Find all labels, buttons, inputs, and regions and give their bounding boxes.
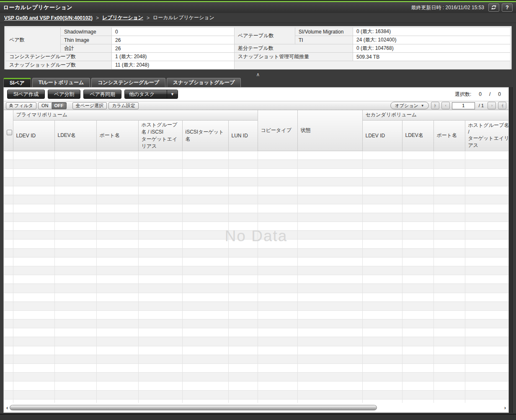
table-cell bbox=[228, 160, 258, 168]
column-header-primary-iscsi-target[interactable]: iSCSIターゲット名 bbox=[182, 120, 228, 151]
filter-off-button[interactable]: OFF bbox=[52, 102, 67, 109]
table-cell bbox=[96, 284, 138, 293]
table-cell bbox=[96, 390, 138, 399]
table-cell bbox=[402, 301, 433, 310]
table-cell bbox=[96, 204, 138, 213]
column-header-primary-lun-id[interactable]: LUN ID bbox=[228, 120, 258, 151]
filter-button[interactable]: フィルタ bbox=[6, 102, 36, 109]
help-button[interactable]: ? bbox=[502, 3, 513, 12]
create-si-pair-button[interactable]: SIペア作成 bbox=[7, 90, 45, 99]
select-all-checkbox-cell bbox=[4, 110, 13, 151]
tab-consistency-groups[interactable]: コンシステンシーグループ bbox=[91, 78, 165, 87]
table-cell bbox=[182, 195, 228, 204]
table-cell bbox=[4, 168, 13, 177]
table-cell bbox=[182, 222, 228, 231]
table-cell bbox=[54, 204, 96, 213]
table-cell bbox=[433, 337, 465, 346]
scroll-left-icon[interactable]: ‹ bbox=[6, 405, 8, 410]
breadcrumb-link-replication[interactable]: レプリケーション bbox=[102, 14, 143, 21]
table-cell bbox=[228, 381, 258, 390]
table-cell bbox=[182, 293, 228, 301]
column-settings-button[interactable]: カラム設定 bbox=[108, 102, 139, 109]
table-cell bbox=[258, 364, 297, 373]
breadcrumb-link-system[interactable]: VSP Gx00 and VSP Fx00(S/N:400102) bbox=[4, 15, 93, 21]
select-all-pages-button[interactable]: 全ページ選択 bbox=[72, 102, 107, 109]
table-cell bbox=[228, 275, 258, 284]
table-row bbox=[4, 337, 508, 346]
page-number-input[interactable] bbox=[452, 102, 475, 109]
pair-count-row-name: ShadowImage bbox=[61, 28, 112, 36]
table-row bbox=[4, 240, 508, 248]
table-cell bbox=[54, 310, 96, 319]
tab-ti-root-volumes[interactable]: TIルートボリューム bbox=[32, 78, 90, 87]
column-header-primary-host-group[interactable]: ホストグループ名 / iSCSI ターゲットエイリアス bbox=[138, 120, 182, 151]
table-cell bbox=[228, 168, 258, 177]
table-cell bbox=[54, 337, 96, 346]
refresh-button[interactable] bbox=[488, 3, 499, 12]
table-cell bbox=[362, 248, 402, 257]
table-cell bbox=[138, 355, 182, 363]
filter-on-button[interactable]: ON bbox=[38, 102, 52, 109]
table-cell bbox=[465, 364, 508, 373]
table-cell bbox=[54, 355, 96, 363]
select-all-checkbox[interactable] bbox=[7, 130, 12, 135]
collapse-chevron-icon[interactable]: ∧ bbox=[256, 72, 260, 77]
horizontal-scrollbar-thumb[interactable] bbox=[10, 405, 377, 410]
split-pair-button[interactable]: ペア分割 bbox=[48, 90, 81, 99]
table-cell bbox=[96, 257, 138, 266]
column-header-copy-type[interactable]: コピータイプ bbox=[258, 110, 297, 151]
table-cell bbox=[465, 275, 508, 284]
options-button[interactable]: オプション ▼ bbox=[390, 102, 429, 109]
table-cell bbox=[4, 346, 13, 355]
other-tasks-button[interactable]: 他のタスク ▼ bbox=[124, 90, 178, 99]
chevron-down-icon[interactable]: ▼ bbox=[167, 90, 178, 98]
prev-page-button[interactable]: ‹ bbox=[441, 102, 450, 109]
table-cell bbox=[465, 195, 508, 204]
column-header-secondary-port-name[interactable]: ポート名 bbox=[433, 120, 465, 151]
table-cell bbox=[402, 178, 433, 186]
table-cell bbox=[297, 320, 362, 328]
table-cell bbox=[362, 195, 402, 204]
table-cell bbox=[402, 222, 433, 231]
table-cell bbox=[362, 390, 402, 399]
table-cell bbox=[362, 231, 402, 240]
table-cell bbox=[228, 222, 258, 231]
table-cell bbox=[13, 222, 54, 231]
table-cell bbox=[433, 248, 465, 257]
column-header-status[interactable]: 状態 bbox=[297, 110, 362, 151]
table-cell bbox=[54, 151, 96, 160]
table-cell bbox=[54, 284, 96, 293]
selection-divider: / bbox=[489, 91, 490, 97]
table-cell bbox=[228, 293, 258, 301]
column-header-primary-ldev-name[interactable]: LDEV名 bbox=[54, 120, 96, 151]
scroll-right-icon[interactable]: › bbox=[504, 405, 506, 410]
table-cell bbox=[138, 222, 182, 231]
selection-label: 選択数: bbox=[455, 91, 471, 98]
column-header-primary-ldev-id[interactable]: LDEV ID bbox=[13, 120, 54, 151]
table-cell bbox=[362, 355, 402, 363]
column-header-secondary-host-group[interactable]: ホストグループ名 / ターゲットエイリアス bbox=[465, 120, 508, 151]
table-cell bbox=[182, 320, 228, 328]
tab-si-pairs[interactable]: SIペア bbox=[3, 78, 31, 87]
resync-pair-button[interactable]: ペア再同期 bbox=[83, 90, 121, 99]
table-cell bbox=[465, 355, 508, 363]
table-cell bbox=[138, 213, 182, 222]
vertical-scrollbar[interactable] bbox=[509, 87, 513, 413]
table-cell bbox=[182, 373, 228, 381]
table-cell bbox=[138, 160, 182, 168]
column-header-secondary-ldev-id[interactable]: LDEV ID bbox=[362, 120, 402, 151]
column-header-secondary-ldev-name[interactable]: LDEV名 bbox=[402, 120, 433, 151]
table-cell bbox=[433, 275, 465, 284]
table-cell bbox=[13, 168, 54, 177]
last-page-button[interactable]: ›| bbox=[498, 102, 506, 109]
breadcrumb: VSP Gx00 and VSP Fx00(S/N:400102) > レプリケ… bbox=[0, 13, 516, 23]
table-cell bbox=[402, 257, 433, 266]
table-cell bbox=[96, 364, 138, 373]
table-cell bbox=[297, 168, 362, 177]
tab-snapshot-groups[interactable]: スナップショットグループ bbox=[167, 78, 241, 87]
table-cell bbox=[433, 373, 465, 381]
horizontal-scrollbar-track[interactable] bbox=[10, 405, 502, 410]
first-page-button[interactable]: |‹ bbox=[431, 102, 439, 109]
column-header-primary-port-name[interactable]: ポート名 bbox=[96, 120, 138, 151]
next-page-button[interactable]: › bbox=[488, 102, 496, 109]
